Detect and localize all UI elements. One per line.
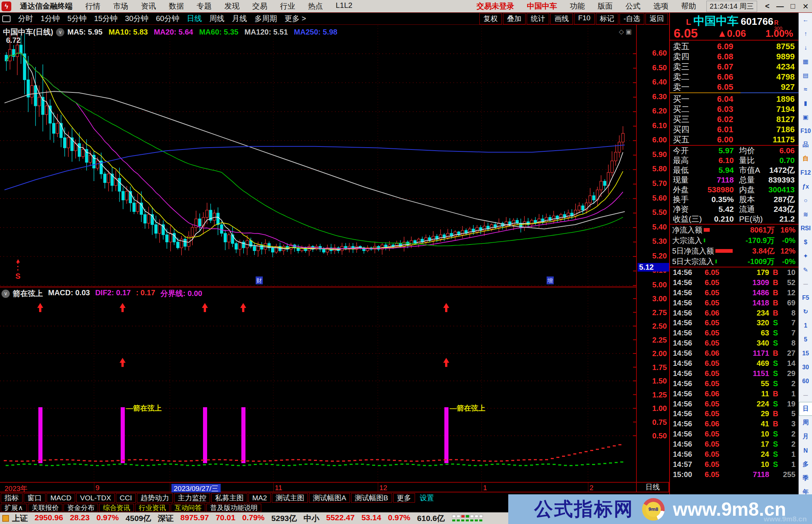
- period-60[interactable]: 60: [799, 374, 812, 388]
- pencil-icon[interactable]: ✎: [799, 263, 812, 277]
- chevron-down-icon[interactable]: ∨: [2, 290, 10, 298]
- button-画线[interactable]: 画线: [550, 13, 573, 24]
- alert-交易未登录[interactable]: 交易未登录: [470, 1, 521, 11]
- f10-icon[interactable]: F10: [799, 124, 812, 138]
- tree-icon[interactable]: 品: [799, 138, 812, 152]
- menu-行情[interactable]: 行情: [79, 1, 107, 11]
- period-quarter[interactable]: 季: [799, 471, 812, 485]
- maximize-button[interactable]: □: [786, 2, 799, 11]
- menu-帮助[interactable]: 帮助: [675, 1, 703, 11]
- tab-MA2[interactable]: MA2: [248, 493, 271, 503]
- tab-窗口[interactable]: 窗口: [24, 493, 45, 503]
- tab-CCI[interactable]: CCI: [116, 493, 136, 503]
- menu-交易[interactable]: 交易: [246, 1, 274, 11]
- ext-tab-关联报价[interactable]: 关联报价: [28, 504, 62, 512]
- period-15分钟[interactable]: 15分钟: [90, 14, 121, 24]
- ask-row[interactable]: 卖一6.05927: [670, 82, 798, 92]
- back-icon[interactable]: ←: [799, 13, 812, 27]
- ask-row[interactable]: 卖四6.089899: [670, 51, 798, 62]
- menu-功能[interactable]: 功能: [564, 1, 591, 11]
- menu-L1L2[interactable]: L1L2: [329, 1, 359, 11]
- bid-row[interactable]: 买三6.028127: [670, 114, 798, 124]
- ext-tab-互动问答[interactable]: 互动问答: [171, 504, 205, 512]
- menu-行业[interactable]: 行业: [274, 1, 301, 11]
- button--自选[interactable]: -自选: [620, 13, 644, 24]
- minimize-button[interactable]: —: [774, 2, 786, 11]
- status-icon[interactable]: [2, 515, 9, 522]
- tab-指标[interactable]: 指标: [1, 493, 23, 503]
- tab-更多[interactable]: 更多: [393, 493, 415, 503]
- tick-list[interactable]: 14:566.05179B1014:566.051309B5214:566.05…: [670, 267, 798, 480]
- period-日线[interactable]: 日线: [183, 14, 206, 24]
- menu-数据[interactable]: 数据: [162, 1, 190, 11]
- refresh-icon[interactable]: ↻: [799, 305, 812, 319]
- f12-icon[interactable]: F12: [799, 166, 812, 180]
- pane-separator[interactable]: [0, 287, 669, 287]
- period-month[interactable]: 月: [799, 430, 812, 444]
- tab-测试主图[interactable]: 测试主图: [272, 493, 308, 503]
- close-button[interactable]: ✕: [799, 2, 812, 11]
- indicator-name[interactable]: 箭在弦上: [13, 288, 43, 299]
- button-复权[interactable]: 复权: [479, 13, 502, 24]
- menu-发现[interactable]: 发现: [218, 1, 246, 11]
- tab-私募主图[interactable]: 私募主图: [211, 493, 247, 503]
- menu-专题[interactable]: 专题: [190, 1, 218, 11]
- ext-tab-扩展∧[interactable]: 扩展∧: [1, 504, 27, 512]
- menu-公式[interactable]: 公式: [619, 1, 647, 11]
- ask-row[interactable]: 卖五6.098755: [670, 41, 798, 51]
- button-统计[interactable]: 统计: [527, 13, 549, 24]
- bid-row[interactable]: 买二6.037194: [670, 104, 798, 114]
- period-更多 >[interactable]: 更多 >: [281, 14, 310, 24]
- period-1分钟[interactable]: 1分钟: [37, 14, 64, 24]
- move-icon[interactable]: ✦: [799, 249, 812, 263]
- money-icon[interactable]: $: [799, 235, 812, 249]
- tab-趋势动力[interactable]: 趋势动力: [137, 493, 173, 503]
- zixuan-icon[interactable]: 自: [799, 152, 812, 166]
- period-分时[interactable]: 分时: [14, 14, 37, 24]
- period-30分钟[interactable]: 30分钟: [121, 14, 152, 24]
- down-icon[interactable]: ↓: [799, 41, 812, 54]
- ask-row[interactable]: 卖三6.074234: [670, 62, 798, 72]
- circle-icon[interactable]: ○: [799, 193, 812, 207]
- period-月线[interactable]: 月线: [228, 14, 251, 24]
- period-多周期[interactable]: 多周期: [251, 14, 281, 24]
- ext-tab-普及版功能说明[interactable]: 普及版功能说明: [206, 504, 261, 512]
- quote-list-icon[interactable]: ▤: [799, 68, 812, 82]
- f5-icon[interactable]: F5: [799, 291, 812, 305]
- menu-版面[interactable]: 版面: [591, 1, 619, 11]
- period-60分钟[interactable]: 60分钟: [152, 14, 183, 24]
- chevron-down-icon[interactable]: ∨: [56, 28, 64, 36]
- tab-测试幅图A[interactable]: 测试幅图A: [309, 493, 350, 503]
- chart-corner-icons[interactable]: ◇ ▣: [619, 28, 632, 36]
- bid-row[interactable]: 买五6.0011175: [670, 134, 798, 145]
- main-candle-chart[interactable]: S财增: [0, 26, 636, 287]
- kline-icon[interactable]: ▮: [799, 96, 812, 110]
- window-layout-icon[interactable]: [2, 15, 11, 22]
- period-周线[interactable]: 周线: [206, 14, 228, 24]
- board-icon[interactable]: ▦: [799, 54, 812, 68]
- menu-市场[interactable]: 市场: [107, 1, 135, 11]
- period-5[interactable]: 5: [799, 332, 812, 346]
- period-day[interactable]: 日: [799, 402, 812, 416]
- period-week[interactable]: 周: [799, 416, 812, 430]
- period-1[interactable]: 1: [799, 319, 812, 332]
- tab-MACD[interactable]: MACD: [47, 493, 75, 503]
- button-F10[interactable]: F10: [574, 13, 595, 24]
- formula-icon[interactable]: ƒx: [799, 180, 812, 193]
- indicator-chart[interactable]: —箭在弦上—箭在弦上: [0, 287, 636, 482]
- window-back-button[interactable]: <: [761, 2, 774, 11]
- button-标记[interactable]: 标记: [596, 13, 618, 24]
- period-multi[interactable]: 多: [799, 458, 812, 471]
- ext-tab-资金分布[interactable]: 资金分布: [64, 504, 98, 512]
- bid-row[interactable]: 买四6.017186: [670, 124, 798, 134]
- menu-选项[interactable]: 选项: [647, 1, 675, 11]
- period-n[interactable]: N: [799, 444, 812, 458]
- alert-中国中车[interactable]: 中国中车: [521, 1, 564, 11]
- ext-tab-行业资讯[interactable]: 行业资讯: [135, 504, 170, 512]
- ask-row[interactable]: 卖二6.064798: [670, 72, 798, 82]
- tab-设置[interactable]: 设置: [416, 493, 438, 503]
- pages-icon[interactable]: ▣: [799, 110, 812, 124]
- period-15[interactable]: 15: [799, 346, 812, 360]
- up-icon[interactable]: ↑: [799, 27, 812, 41]
- menu-资讯[interactable]: 资讯: [135, 1, 162, 11]
